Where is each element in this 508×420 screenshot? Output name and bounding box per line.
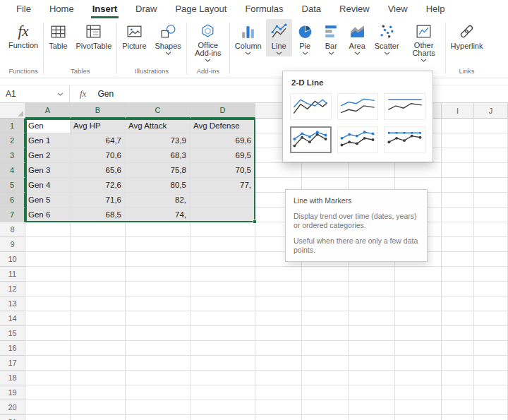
cell-c617[interactable] [302,356,349,371]
cell-c84[interactable] [395,163,442,178]
cell-I18[interactable] [442,371,474,385]
cell-D12[interactable] [190,282,255,296]
cell-J8[interactable] [474,222,508,237]
cell-B1[interactable]: Avg HP [71,119,126,133]
select-all-corner[interactable] [0,103,25,119]
cell-C4[interactable]: 75,8 [126,163,190,178]
cell-A12[interactable] [25,282,71,296]
cell-J11[interactable] [474,267,508,282]
row-header-9[interactable]: 9 [0,237,25,252]
picture-button[interactable]: Picture [118,19,150,52]
menu-item-formulas[interactable]: Formulas [236,0,292,18]
cell-C10[interactable] [126,252,190,267]
cell-D14[interactable] [190,311,255,326]
cell-C8[interactable] [126,222,190,237]
cell-D3[interactable]: 69,5 [190,148,255,163]
cell-A9[interactable] [25,237,71,252]
cell-c813[interactable] [395,296,442,311]
cell-c719[interactable] [349,385,395,400]
hyperlink-button[interactable]: Hyperlink [447,19,488,52]
cell-B9[interactable] [71,237,126,252]
cell-J19[interactable] [474,385,508,400]
cell-B12[interactable] [71,282,126,296]
cell-D17[interactable] [190,356,255,371]
pivottable-button[interactable]: PivotTable [72,19,116,52]
column-header-C[interactable]: C [126,103,190,119]
cell-D4[interactable]: 70,5 [190,163,255,178]
name-box[interactable]: A1 [0,85,69,102]
cell-D13[interactable] [190,296,255,311]
cell-I1[interactable] [442,119,474,133]
cell-I17[interactable] [442,356,474,371]
cell-c619[interactable] [302,385,349,400]
cell-B17[interactable] [71,356,126,371]
row-header-13[interactable]: 13 [0,296,25,311]
cell-A15[interactable] [25,326,71,341]
cell-C19[interactable] [126,385,190,400]
cell-A17[interactable] [25,356,71,371]
cell-c515[interactable] [255,326,302,341]
cell-c521[interactable] [255,415,302,420]
cell-C20[interactable] [126,400,190,415]
row-header-3[interactable]: 3 [0,148,25,163]
cell-C6[interactable]: 82, [126,193,190,208]
menu-item-help[interactable]: Help [417,0,454,18]
pie-chart-button[interactable]: Pie [292,19,318,56]
shapes-button[interactable]: Shapes [151,19,186,56]
cell-D1[interactable]: Avg Defense [190,119,255,133]
cell-C2[interactable]: 73,9 [126,133,190,148]
menu-item-page-layout[interactable]: Page Layout [166,0,236,18]
scatter-chart-button[interactable]: Scatter [370,19,404,56]
cell-B14[interactable] [71,311,126,326]
cell-B4[interactable]: 65,6 [71,163,126,178]
cell-D8[interactable] [190,222,255,237]
cell-c613[interactable] [302,296,349,311]
cell-B19[interactable] [71,385,126,400]
office-addins-button[interactable]: Office Add-ins [188,19,229,64]
cell-c821[interactable] [395,415,442,420]
cell-I4[interactable] [442,163,474,178]
cell-D20[interactable] [190,400,255,415]
row-header-10[interactable]: 10 [0,252,25,267]
cell-D6[interactable] [190,193,255,208]
cell-I12[interactable] [442,282,474,296]
bar-chart-button[interactable]: Bar [318,19,344,56]
cell-I14[interactable] [442,311,474,326]
cell-J21[interactable] [474,415,508,420]
cell-J2[interactable] [474,133,508,148]
cell-I15[interactable] [442,326,474,341]
cell-c516[interactable] [255,341,302,356]
row-header-6[interactable]: 6 [0,193,25,208]
cell-D18[interactable] [190,371,255,385]
cell-c514[interactable] [255,311,302,326]
cell-I6[interactable] [442,193,474,208]
cell-c612[interactable] [302,282,349,296]
cell-J15[interactable] [474,326,508,341]
area-chart-button[interactable]: Area [344,19,370,56]
cell-D15[interactable] [190,326,255,341]
menu-item-home[interactable]: Home [40,0,83,18]
cell-D10[interactable] [190,252,255,267]
row-header-4[interactable]: 4 [0,163,25,178]
cell-J20[interactable] [474,400,508,415]
cell-J1[interactable] [474,119,508,133]
cell-D7[interactable] [190,208,255,222]
row-header-1[interactable]: 1 [0,119,25,133]
cell-A21[interactable] [25,415,71,420]
cell-B8[interactable] [71,222,126,237]
cell-I21[interactable] [442,415,474,420]
cell-I11[interactable] [442,267,474,282]
cell-I13[interactable] [442,296,474,311]
cell-c721[interactable] [349,415,395,420]
cell-B10[interactable] [71,252,126,267]
cell-A18[interactable] [25,371,71,385]
cell-A3[interactable]: Gen 2 [25,148,71,163]
row-header-16[interactable]: 16 [0,341,25,356]
chart-option-line-with-markers[interactable] [290,126,332,153]
cell-c620[interactable] [302,400,349,415]
column-header-I[interactable]: I [442,103,474,119]
cell-C7[interactable]: 74, [126,208,190,222]
cell-C13[interactable] [126,296,190,311]
row-header-5[interactable]: 5 [0,178,25,193]
cell-B21[interactable] [71,415,126,420]
